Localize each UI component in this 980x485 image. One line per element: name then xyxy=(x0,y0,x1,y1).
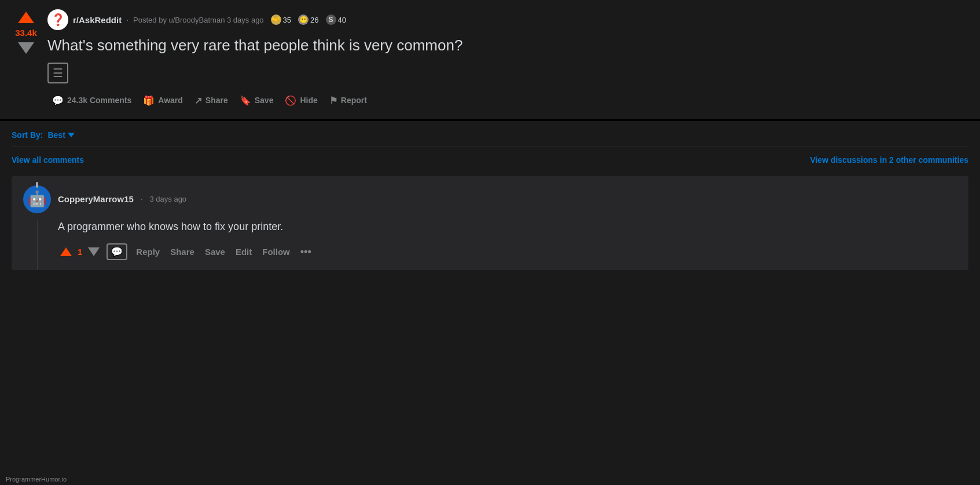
comment-save-label: Save xyxy=(205,247,225,257)
comments-label: 24.3k Comments xyxy=(67,96,131,105)
comment-avatar: 🤖 xyxy=(23,185,51,213)
comment-share-button[interactable]: Share xyxy=(166,244,199,260)
comment-actions-bar: 1 💬 Reply Share Save Edit Follow xyxy=(58,243,957,261)
comment-separator: · xyxy=(141,195,143,203)
report-icon: ⚑ xyxy=(329,95,337,106)
award-icon-3: S xyxy=(326,14,336,25)
chevron-down-icon xyxy=(68,133,75,137)
vote-column: 33.4k xyxy=(12,9,41,56)
hide-icon: 🚫 xyxy=(285,95,296,106)
share-button[interactable]: ↗ Share xyxy=(190,92,233,110)
comments-divider xyxy=(12,147,968,147)
comment-share-label: Share xyxy=(170,247,194,257)
page-footer: ProgrammerHumor.io xyxy=(0,473,72,485)
reply-button[interactable]: Reply xyxy=(132,244,164,260)
comment-upvote-button[interactable] xyxy=(58,245,74,258)
award-badge-2: 😶 26 xyxy=(298,14,318,25)
posted-by-label: Posted by xyxy=(133,16,167,24)
award-count-2: 26 xyxy=(310,16,318,24)
award-icon-1: 🤝 xyxy=(271,14,281,25)
watermark-text: ProgrammerHumor.io xyxy=(6,476,67,483)
award-badge-3: S 40 xyxy=(326,14,346,25)
post-upvote-button[interactable] xyxy=(16,9,36,25)
comment-edit-label: Edit xyxy=(236,247,252,257)
award-count-3: 40 xyxy=(338,16,346,24)
post-time: 3 days ago xyxy=(227,16,264,24)
text-lines-icon: ☰ xyxy=(53,66,63,80)
save-button[interactable]: 🔖 Save xyxy=(235,92,278,110)
comment-time: 3 days ago xyxy=(150,195,187,203)
reply-label: Reply xyxy=(136,247,160,257)
post-container: 33.4k ❓ r/AskReddit · Posted by u/Broody… xyxy=(0,0,980,121)
comment-downvote-button[interactable] xyxy=(86,245,102,258)
award-label: Award xyxy=(158,96,183,105)
post-body-text-icon: ☰ xyxy=(47,63,68,83)
post-title: What's something very rare that people t… xyxy=(47,36,968,56)
comments-links-row: View all comments View discussions in 2 … xyxy=(12,155,968,165)
comment-downvote-arrow-icon xyxy=(88,247,100,256)
share-icon: ↗ xyxy=(194,95,202,106)
comment-vote-count: 1 xyxy=(78,247,82,257)
sort-dropdown-button[interactable]: Best xyxy=(47,130,74,140)
save-icon: 🔖 xyxy=(240,95,251,106)
comment-author[interactable]: CopperyMarrow15 xyxy=(58,194,134,204)
comment-bubble-icon: 💬 xyxy=(111,246,123,257)
post-author-info: Posted by u/BroodyBatman 3 days ago xyxy=(133,16,264,24)
more-options-icon: ••• xyxy=(300,246,311,257)
post-meta: ❓ r/AskReddit · Posted by u/BroodyBatman… xyxy=(47,9,968,30)
award-icon: 🎁 xyxy=(143,95,155,106)
upvote-arrow-icon xyxy=(18,12,34,23)
award-count-1: 35 xyxy=(283,16,291,24)
report-label: Report xyxy=(341,96,367,105)
comment-bubble-button[interactable]: 💬 xyxy=(107,243,127,260)
subreddit-avatar-icon: ❓ xyxy=(51,13,65,27)
subreddit-name[interactable]: r/AskReddit xyxy=(73,15,122,25)
avatar-antenna xyxy=(36,182,38,188)
comments-icon: 💬 xyxy=(52,95,64,106)
comment-follow-button[interactable]: Follow xyxy=(258,244,294,260)
comment-follow-label: Follow xyxy=(262,247,290,257)
award-icon-2: 😶 xyxy=(298,14,309,25)
post-downvote-button[interactable] xyxy=(16,40,36,56)
post-vote-count: 33.4k xyxy=(15,28,37,38)
comment-save-button[interactable]: Save xyxy=(201,244,229,260)
comments-button[interactable]: 💬 24.3k Comments xyxy=(47,92,136,110)
award-button[interactable]: 🎁 Award xyxy=(138,92,188,110)
downvote-arrow-icon xyxy=(18,42,34,54)
view-all-comments-link[interactable]: View all comments xyxy=(12,155,84,165)
share-label: Share xyxy=(205,96,228,105)
sort-label: Sort By: xyxy=(12,130,43,140)
subreddit-avatar: ❓ xyxy=(47,9,68,30)
sort-bar: Sort By: Best xyxy=(12,130,968,140)
avatar-face-icon: 🤖 xyxy=(28,190,46,208)
sort-value: Best xyxy=(47,130,65,140)
comment-more-button[interactable]: ••• xyxy=(296,243,315,261)
comment-header: 🤖 CopperyMarrow15 · 3 days ago xyxy=(23,185,957,213)
comment-item: 🤖 CopperyMarrow15 · 3 days ago A program… xyxy=(12,176,968,270)
comment-upvote-arrow-icon xyxy=(60,247,72,256)
post-author[interactable]: u/BroodyBatman xyxy=(169,16,225,24)
hide-button[interactable]: 🚫 Hide xyxy=(280,92,322,110)
award-badge-1: 🤝 35 xyxy=(271,14,291,25)
post-content: ❓ r/AskReddit · Posted by u/BroodyBatman… xyxy=(47,9,968,110)
post-actions-bar: 💬 24.3k Comments 🎁 Award ↗ Share 🔖 Save … xyxy=(47,92,968,110)
meta-separator: · xyxy=(126,15,129,24)
comment-thread-line xyxy=(37,220,38,270)
save-label: Save xyxy=(255,96,274,105)
comment-body: A programmer who knows how to fix your p… xyxy=(58,219,957,235)
comment-edit-button[interactable]: Edit xyxy=(232,244,256,260)
report-button[interactable]: ⚑ Report xyxy=(325,92,372,110)
comments-section: Sort By: Best View all comments View dis… xyxy=(0,121,980,279)
view-discussions-link[interactable]: View discussions in 2 other communities xyxy=(810,155,968,165)
hide-label: Hide xyxy=(300,96,317,105)
